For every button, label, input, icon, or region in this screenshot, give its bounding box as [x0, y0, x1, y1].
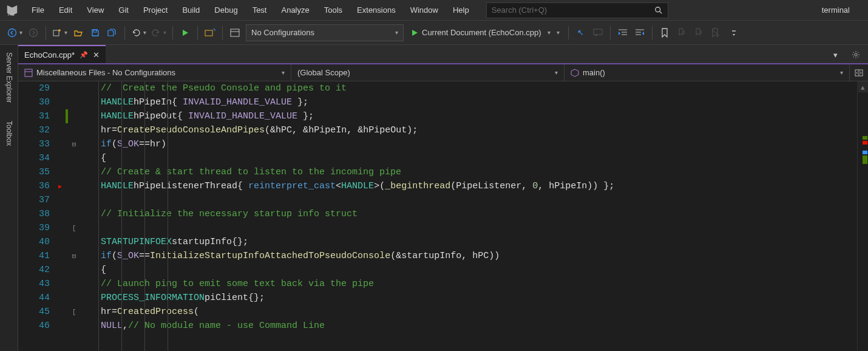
undo-button[interactable]: ▾	[129, 24, 149, 41]
bookmark-button[interactable]	[656, 24, 673, 41]
code-line[interactable]: STARTUPINFOEX startupInfo{};	[101, 235, 857, 249]
pin-icon[interactable]: 📌	[80, 51, 88, 59]
chevron-down-icon: ▾	[555, 69, 558, 76]
code-line[interactable]: // Launch ping to emit some text back vi…	[101, 277, 857, 291]
bookmark-next-button[interactable]	[690, 24, 707, 41]
rail-server-explorer[interactable]: Server Explorer	[4, 49, 15, 106]
menu-file[interactable]: File	[24, 0, 52, 20]
gutter-row: 37	[18, 193, 97, 207]
code-line[interactable]: HANDLE hPipeIn{ INVALID_HANDLE_VALUE };	[101, 95, 857, 109]
gutter-row: 29	[18, 81, 97, 95]
project-scope-dropdown[interactable]: Miscellaneous Files - No Configurations …	[18, 64, 291, 81]
code-line[interactable]: NULL, // No module name - use Command Li…	[101, 319, 857, 333]
menu-git[interactable]: Git	[111, 0, 136, 20]
code-line[interactable]	[101, 193, 857, 207]
code-line[interactable]: PROCESS_INFORMATION piClient{};	[101, 291, 857, 305]
menu-tools[interactable]: Tools	[317, 0, 350, 20]
back-button[interactable]: ▾	[5, 24, 25, 41]
menu-test[interactable]: Test	[245, 0, 274, 20]
code-line[interactable]: HANDLE hPipeListenerThread{ reinterpret_…	[101, 179, 857, 193]
tab-title: EchoCon.cpp*	[24, 50, 75, 60]
outdent-button[interactable]	[631, 24, 648, 41]
menu-project[interactable]: Project	[136, 0, 175, 20]
editor-area: EchoCon.cpp* 📌 ✕ ▾ Miscellaneous Files -…	[18, 45, 868, 351]
overflow-button[interactable]	[727, 24, 744, 41]
svg-point-1	[655, 7, 660, 12]
scroll-up-icon[interactable]: ▴	[857, 81, 868, 92]
bookmark-prev-button[interactable]	[673, 24, 690, 41]
code-line[interactable]: hr = CreatedProcess(	[101, 305, 857, 319]
menu-help[interactable]: Help	[446, 0, 476, 20]
close-icon[interactable]: ✕	[93, 50, 100, 60]
separator	[197, 26, 198, 39]
chevron-down-icon: ▾	[557, 29, 560, 36]
svg-text:PRE: PRE	[8, 13, 15, 16]
global-search[interactable]	[486, 2, 668, 18]
gutter-row: 42	[18, 263, 97, 277]
tab-echocon[interactable]: EchoCon.cpp* 📌 ✕	[18, 45, 106, 63]
code-line[interactable]: // Initialize the necessary startup info…	[101, 207, 857, 221]
gutter-row: 39[	[18, 221, 97, 235]
start-debug-button[interactable]	[177, 24, 194, 41]
code-line[interactable]: // Create & start thread to listen to th…	[101, 165, 857, 179]
menu-analyze[interactable]: Analyze	[274, 0, 316, 20]
run-target-button[interactable]: Current Document (EchoCon.cpp) ▾ ▾	[406, 24, 565, 41]
window-layout-button[interactable]	[226, 24, 243, 41]
chevron-down-icon: ▾	[143, 29, 146, 36]
code-line[interactable]	[101, 221, 857, 235]
gutter-row: 35	[18, 165, 97, 179]
save-button[interactable]	[87, 24, 104, 41]
chevron-down-icon: ▾	[395, 29, 398, 36]
svg-rect-10	[594, 29, 602, 35]
bookmark-clear-button[interactable]	[707, 24, 724, 41]
gear-icon[interactable]	[847, 46, 864, 63]
separator	[610, 26, 611, 39]
code-line[interactable]: if (S_OK == hr)	[101, 137, 857, 151]
function-scope-dropdown[interactable]: main() ▾	[565, 64, 850, 81]
split-editor-icon[interactable]	[850, 64, 868, 81]
global-scope-dropdown[interactable]: (Global Scope) ▾	[291, 64, 565, 81]
cursor-tool-icon[interactable]: ↖	[572, 24, 589, 41]
separator	[568, 26, 569, 39]
menu-view[interactable]: View	[80, 0, 111, 20]
svg-rect-8	[231, 29, 239, 36]
chevron-down-icon: ▾	[282, 69, 285, 76]
code-line[interactable]: hr = CreatePseudoConsoleAndPipes(&hPC, &…	[101, 123, 857, 137]
menu-build[interactable]: Build	[175, 0, 207, 20]
menu-extensions[interactable]: Extensions	[350, 0, 403, 20]
overview-ruler[interactable]	[857, 81, 868, 351]
title-bar: PRE FileEditViewGitProjectBuildDebugTest…	[0, 0, 868, 21]
redo-button[interactable]: ▾	[149, 24, 169, 41]
comment-tool-button[interactable]	[589, 24, 606, 41]
rail-toolbox[interactable]: Toolbox	[4, 117, 15, 149]
new-item-button[interactable]: ▾	[50, 24, 70, 41]
gutter-row: 40	[18, 235, 97, 249]
gutter-row: 32	[18, 123, 97, 137]
code-line[interactable]: if (S_OK == InitializeStartupInfoAttache…	[101, 249, 857, 263]
configuration-dropdown[interactable]: No Configurations▾	[246, 24, 404, 41]
code-line[interactable]: {	[101, 151, 857, 165]
svg-line-2	[659, 11, 662, 13]
code-editor[interactable]: ▴ 2930313233⊟343536▶373839[4041⊟42434445…	[18, 81, 868, 351]
code-content[interactable]: // Create the Pseudo Console and pipes t…	[97, 81, 857, 351]
chevron-down-icon: ▾	[548, 29, 551, 36]
separator	[222, 26, 223, 39]
save-all-button[interactable]	[104, 24, 121, 41]
indent-button[interactable]	[614, 24, 631, 41]
chevron-down-icon: ▾	[840, 69, 843, 76]
menu-window[interactable]: Window	[403, 0, 446, 20]
chevron-down-icon: ▾	[19, 29, 22, 36]
open-button[interactable]	[70, 24, 87, 41]
code-line[interactable]: {	[101, 263, 857, 277]
solution-folder-button[interactable]	[202, 24, 219, 41]
svg-point-3	[8, 29, 16, 36]
code-line[interactable]: // Create the Pseudo Console and pipes t…	[101, 81, 857, 95]
gutter-row: 45[	[18, 305, 97, 319]
tabs-dropdown-icon[interactable]: ▾	[827, 46, 844, 63]
code-line[interactable]: HANDLE hPipeOut{ INVALID_HANDLE_VALUE };	[101, 109, 857, 123]
menu-debug[interactable]: Debug	[207, 0, 245, 20]
forward-button[interactable]	[25, 24, 42, 41]
search-icon	[654, 6, 663, 15]
search-input[interactable]	[492, 5, 654, 15]
menu-edit[interactable]: Edit	[52, 0, 80, 20]
